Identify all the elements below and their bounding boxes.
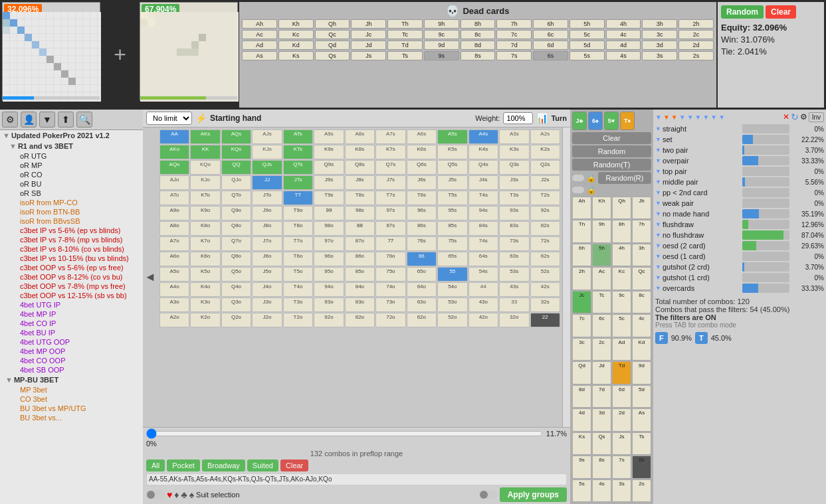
hand-cell[interactable]: Q8o [221,221,251,236]
board-mini-card[interactable]: Qd [572,361,591,384]
sidebar-item-c3bet-oop-78[interactable]: c3bet OOP vs 7-8% (mp vs free) [0,282,143,291]
board-mini-card[interactable]: 4s [592,479,611,502]
card-7s[interactable]: 7s [496,51,532,60]
hand-cell[interactable]: K2s [530,145,560,159]
hand-cell[interactable]: 65o [407,267,437,282]
sidebar-item-oR-SB[interactable]: oR SB [0,189,143,198]
sidebar-item-4bet-bu-ip[interactable]: 4bet BU IP [0,328,143,337]
import-icon[interactable]: ⬆ [58,112,74,127]
sidebar-item-4bet-co-ip[interactable]: 4bet CO IP [0,319,143,328]
board-mini-card[interactable]: 6s [632,456,651,478]
hand-cell[interactable]: 83o [345,297,375,312]
hand-cell[interactable]: Q6o [221,252,251,266]
board-mini-card[interactable]: Ac [592,267,611,290]
hand-cell[interactable]: 74o [375,282,405,297]
hand-cell[interactable]: 44 [468,282,498,297]
hand-cell[interactable]: QJo [221,175,251,190]
hand-cell[interactable]: 93s [499,206,529,220]
hand-cell[interactable]: T4o [283,282,313,297]
board-mini-card[interactable]: 8d [572,385,591,408]
hand-cell[interactable]: K4o [190,282,220,297]
hand-cell[interactable]: A6o [159,252,189,266]
card-Js[interactable]: Js [351,51,386,60]
hand-cell[interactable]: 93o [314,297,344,312]
card-6h[interactable]: 6h [533,19,568,29]
hand-cell[interactable]: 84o [345,282,375,297]
hand-cell[interactable]: T5s [437,191,467,205]
hand-cell[interactable]: T8o [283,221,313,236]
hand-cell[interactable]: K7s [375,145,405,159]
board-mini-card[interactable]: Ad [612,338,631,361]
hand-cell[interactable]: 99 [314,206,344,220]
user-icon[interactable]: 👤 [21,112,37,127]
hand-cell[interactable]: T6s [407,191,437,205]
board-mini-card[interactable]: Td [612,361,631,384]
card-7d[interactable]: 7d [496,41,532,50]
search-icon[interactable]: 🔍 [76,112,92,127]
hand-cell[interactable]: 72s [530,236,560,251]
hand-cell[interactable]: Q9s [314,160,344,175]
sidebar-item-co-3bet[interactable]: CO 3bet [0,394,143,404]
hand-cell[interactable]: 54s [468,267,498,282]
hand-cell[interactable]: T7o [283,236,313,251]
sidebar-item-bu-3bet-mputg[interactable]: BU 3bet vs MP/UTG [0,404,143,413]
hand-cell[interactable]: 54o [437,282,467,297]
hand-cell[interactable]: KJs [252,145,282,159]
hand-cell[interactable]: K9s [314,145,344,159]
hand-cell[interactable]: A9s [314,129,344,144]
hand-cell[interactable]: A6s [407,129,437,144]
board-mini-card[interactable]: Qh [612,197,631,219]
board-mini-card[interactable]: Tc [592,291,611,313]
hand-cell[interactable]: 85s [437,221,467,236]
hand-cell[interactable]: J9o [252,206,282,220]
hand-cell[interactable]: A2s [530,129,560,144]
hand-cell[interactable]: 66 [407,252,437,266]
hand-cell[interactable]: Q3s [499,160,529,175]
board-mini-card[interactable]: Js [612,432,631,455]
card-Ks[interactable]: Ks [278,51,314,60]
board-mini-card[interactable]: Kd [632,338,651,361]
board-mini-card[interactable]: 4d [572,408,591,431]
card-9c[interactable]: 9c [424,30,459,39]
hand-cell[interactable]: 53o [437,297,467,312]
hand-cell[interactable]: A4o [159,282,189,297]
hand-cell[interactable]: 94s [468,206,498,220]
sidebar-item-bu-3bet[interactable]: BU 3bet vs... [0,413,143,422]
hand-cell[interactable]: T6o [283,252,313,266]
hand-cell[interactable]: 86s [407,221,437,236]
sidebar-item-4bet-co-oop[interactable]: 4bet CO OOP [0,356,143,365]
sidebar-item-c3bet-810co[interactable]: c3bet IP vs 8-10% (co vs blinds) [0,244,143,254]
hand-cell[interactable]: K4s [468,145,498,159]
clear-button-top[interactable]: Clear [766,5,796,19]
board-mini-card[interactable]: 9s [572,456,591,478]
hand-cell[interactable]: 88 [345,221,375,236]
board-card-5h[interactable]: 5♥ [604,112,619,130]
hand-cell[interactable]: T3o [283,297,313,312]
hand-cell[interactable]: T5o [283,267,313,282]
mode-select[interactable]: No limit [146,112,192,125]
weight-input[interactable] [503,112,533,124]
hand-cell[interactable]: K6o [190,252,220,266]
card-5h[interactable]: 5h [569,19,605,29]
board-mini-card[interactable]: 7s [612,456,631,478]
hand-cell[interactable]: J6o [252,252,282,266]
sidebar-item-oR-BU[interactable]: oR BU [0,179,143,189]
card-As[interactable]: As [242,51,277,60]
hand-cell[interactable]: T8s [345,191,375,205]
hand-cell[interactable]: 74s [468,236,498,251]
sidebar-item-c3bet-56ep[interactable]: c3bet IP vs 5-6% (ep vs blinds) [0,226,143,235]
sidebar-item-isoR-BTN-BB[interactable]: isoR from BTN-BB [0,207,143,216]
board-mini-card[interactable]: Qc [632,267,651,290]
settings-icon[interactable]: ⚙ [2,112,18,127]
card-4s[interactable]: 4s [606,51,641,60]
hand-cell[interactable]: 64o [407,282,437,297]
hand-cell[interactable]: 76o [375,252,405,266]
hand-cell[interactable]: Q2s [530,160,560,175]
clear-matrix-button[interactable]: Clear [280,460,308,471]
card-Kd[interactable]: Kd [278,41,314,50]
sidebar-item-isoR-BBvsSB[interactable]: isoR from BBvsSB [0,216,143,226]
sidebar-item-c3bet-oop-1215[interactable]: c3bet OOP vs 12-15% (sb vs bb) [0,291,143,300]
hand-cell[interactable]: 22 [530,313,560,327]
hand-cell[interactable]: 95s [437,206,467,220]
grid-scrollbar[interactable] [562,127,570,427]
